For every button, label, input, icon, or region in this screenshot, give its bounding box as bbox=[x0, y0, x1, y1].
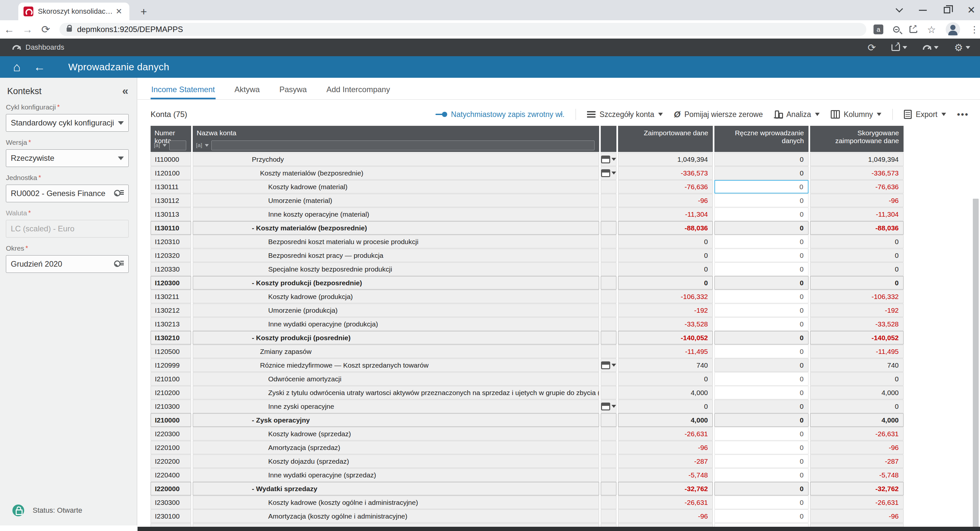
cell-manual-entry-value[interactable]: 0 bbox=[714, 317, 808, 331]
cell-account-number[interactable]: I210200 bbox=[151, 386, 191, 399]
cell-account-name[interactable]: Koszty kadrowe (koszty ogólne i administ… bbox=[193, 496, 599, 509]
cell-account-name[interactable]: Umorzenie (material) bbox=[193, 194, 599, 207]
cell-adjusted-value[interactable]: 0 bbox=[810, 249, 904, 262]
cell-manual-entry-value[interactable]: 0 bbox=[714, 509, 808, 523]
cell-account-name[interactable]: Inne zyski operacyjne bbox=[193, 400, 599, 413]
vertical-scrollbar-thumb[interactable] bbox=[973, 199, 979, 531]
cell-imported-value[interactable]: -32,762 bbox=[618, 482, 713, 495]
cell-imported-value[interactable]: 740 bbox=[618, 359, 713, 372]
instant-writeback-toggle[interactable]: Natychmiastowy zapis zwrotny wł. bbox=[436, 110, 565, 119]
cell-manual-entry-value[interactable]: 0 bbox=[714, 180, 808, 193]
cell-adjusted-value[interactable]: -32,762 bbox=[810, 482, 904, 495]
cell-account-name[interactable]: Koszty materialów (bezposrednie) bbox=[193, 166, 599, 180]
column-header-account-number[interactable]: Numer konta [a] bbox=[151, 126, 191, 152]
cell-imported-value[interactable]: 0 bbox=[618, 400, 713, 413]
cell-account-name[interactable]: Koszty dojazdu (sprzedaz) bbox=[193, 454, 599, 468]
forward-icon[interactable]: → bbox=[18, 24, 37, 36]
cell-account-number[interactable]: I210300 bbox=[151, 400, 191, 413]
cell-manual-entry-value[interactable]: 0 bbox=[714, 372, 808, 386]
cell-account-number[interactable]: I220000 bbox=[151, 482, 191, 495]
cell-adjusted-value[interactable]: 4,000 bbox=[810, 386, 904, 399]
cell-manual-entry-value[interactable]: 0 bbox=[714, 400, 808, 413]
cell-adjusted-value[interactable]: -76,636 bbox=[810, 180, 904, 193]
cell-adjusted-value[interactable]: -26,631 bbox=[810, 427, 904, 440]
cell-imported-value[interactable]: -26,631 bbox=[618, 427, 713, 440]
cell-manual-entry-value[interactable]: 0 bbox=[714, 468, 808, 482]
tab-pasywa[interactable]: Pasywa bbox=[278, 81, 307, 99]
cell-manual-entry-value[interactable]: 0 bbox=[714, 454, 808, 468]
cell-imported-value[interactable]: -88,036 bbox=[618, 221, 713, 234]
column-header-manual[interactable]: Ręczne wprowadzanie danych bbox=[714, 126, 808, 152]
cell-adjusted-value[interactable]: -11,304 bbox=[810, 207, 904, 221]
filter-type-glyph[interactable]: [a] bbox=[154, 142, 160, 149]
cell-imported-value[interactable]: -140,052 bbox=[618, 331, 713, 344]
cell-account-name[interactable]: Umorzenie (produkcja) bbox=[193, 304, 599, 317]
lookup-icon[interactable] bbox=[114, 189, 124, 198]
cell-imported-value[interactable]: 4,000 bbox=[618, 413, 713, 427]
cell-account-name[interactable]: Inne koszty operacyjne (material) bbox=[193, 207, 599, 221]
cell-adjusted-value[interactable]: 0 bbox=[810, 372, 904, 386]
cell-imported-value[interactable]: -11,495 bbox=[618, 345, 713, 358]
lock-icon[interactable] bbox=[67, 27, 72, 32]
cell-adjusted-value[interactable]: 4,000 bbox=[810, 413, 904, 427]
cell-manual-entry-value[interactable]: 0 bbox=[714, 386, 808, 399]
cell-account-number[interactable]: I120300 bbox=[151, 276, 191, 290]
period-input[interactable]: Grudzień 2020 bbox=[6, 255, 129, 273]
cell-account-number[interactable]: I230300 bbox=[151, 496, 191, 509]
cell-detail[interactable] bbox=[601, 153, 616, 166]
new-tab-button[interactable]: + bbox=[137, 5, 150, 18]
config-cycle-select[interactable]: Standardowy cykl konfiguracji bbox=[6, 114, 129, 132]
window-close-icon[interactable]: ✕ bbox=[967, 5, 975, 15]
cell-account-name[interactable]: - Koszty produkcji (bezposrednie) bbox=[193, 276, 599, 290]
cell-detail[interactable] bbox=[601, 166, 616, 180]
cell-imported-value[interactable]: -106,332 bbox=[618, 290, 713, 303]
cell-adjusted-value[interactable]: -11,495 bbox=[810, 345, 904, 358]
cell-account-number[interactable]: I230100 bbox=[151, 509, 191, 523]
cell-account-number[interactable]: I120999 bbox=[151, 359, 191, 372]
cell-account-name[interactable]: Specjalne koszty bezposrednie produkcji bbox=[193, 262, 599, 276]
cell-manual-entry-value[interactable]: 0 bbox=[714, 290, 808, 303]
cell-account-name[interactable]: Koszty kadrowe (produkcja) bbox=[193, 290, 599, 303]
cell-account-number[interactable]: I120310 bbox=[151, 235, 191, 248]
cell-imported-value[interactable]: -5,748 bbox=[618, 468, 713, 482]
cell-account-name[interactable]: Bezposredni koszt materialu w procesie p… bbox=[193, 235, 599, 248]
cell-manual-entry-value[interactable]: 0 bbox=[714, 331, 808, 344]
cell-account-name[interactable]: Przychody bbox=[193, 153, 599, 166]
cell-account-number[interactable]: I120500 bbox=[151, 345, 191, 358]
cell-account-number[interactable]: I130212 bbox=[151, 304, 191, 317]
share-menu-button[interactable] bbox=[891, 44, 907, 51]
cell-account-name[interactable]: Koszty kadrowe (sprzedaz) bbox=[193, 427, 599, 440]
analysis-button[interactable]: Analiza bbox=[774, 110, 819, 119]
tab-search-chevron-icon[interactable] bbox=[896, 5, 903, 13]
dashboards-label[interactable]: Dashboards bbox=[25, 43, 64, 52]
browser-tab[interactable]: Skoroszyt konsolidacji - Infor d/E ✕ bbox=[18, 3, 129, 20]
cell-adjusted-value[interactable]: -96 bbox=[810, 441, 904, 454]
cell-account-name[interactable]: Koszty kadrowe (material) bbox=[193, 180, 599, 193]
minimize-icon[interactable] bbox=[919, 10, 927, 11]
tab-aktywa[interactable]: Aktywa bbox=[234, 81, 260, 99]
share-icon[interactable] bbox=[910, 26, 917, 33]
account-number-filter-input[interactable] bbox=[169, 140, 186, 150]
cell-account-number[interactable]: I220100 bbox=[151, 441, 191, 454]
account-details-button[interactable]: Szczegóły konta bbox=[587, 110, 662, 119]
entity-input[interactable]: RU0002 - Genesis Finance bbox=[6, 185, 129, 202]
cell-account-number[interactable]: I220400 bbox=[151, 468, 191, 482]
column-header-account-name[interactable]: Nazwa konta [a] bbox=[193, 126, 599, 152]
cell-account-name[interactable]: Zyski z tytulu odwrócenia utraty wartosc… bbox=[193, 386, 599, 399]
cell-account-name[interactable]: Róznice miedzyfirmowe — Koszt sprzedanyc… bbox=[193, 359, 599, 372]
cell-account-number[interactable]: I130112 bbox=[151, 194, 191, 207]
cell-adjusted-value[interactable]: -88,036 bbox=[810, 221, 904, 234]
cell-account-name[interactable]: - Zysk operacyjny bbox=[193, 413, 599, 427]
collapse-sidebar-icon[interactable]: « bbox=[122, 84, 128, 97]
cell-adjusted-value[interactable]: 1,049,394 bbox=[810, 153, 904, 166]
cell-account-name[interactable]: Amortyzacja (koszty ogólne i administrac… bbox=[193, 509, 599, 523]
cell-adjusted-value[interactable]: 0 bbox=[810, 400, 904, 413]
tab-close-icon[interactable]: ✕ bbox=[116, 7, 122, 16]
tab-income-statement[interactable]: Income Statement bbox=[151, 81, 216, 99]
cell-manual-entry-value[interactable]: 0 bbox=[714, 304, 808, 317]
cell-manual-entry-value[interactable]: 0 bbox=[714, 413, 808, 427]
cell-account-name[interactable]: - Koszty produkcji (posrednie) bbox=[193, 331, 599, 344]
cell-account-number[interactable]: I210100 bbox=[151, 372, 191, 386]
cell-account-number[interactable]: I130111 bbox=[151, 180, 191, 193]
version-select[interactable]: Rzeczywiste bbox=[6, 149, 129, 167]
